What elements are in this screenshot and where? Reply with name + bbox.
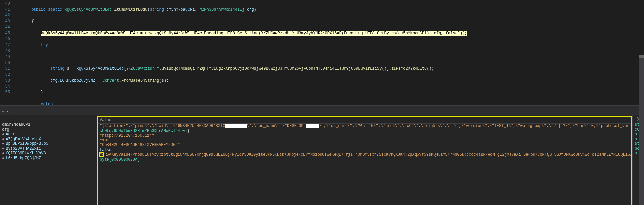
- type-name: Convert: [103, 78, 119, 83]
- locals-row-name[interactable]: ●BpR8DPSl0wpppFBJp5: [0, 141, 96, 146]
- code-line: {: [12, 54, 644, 60]
- local: kgQkSs6y4Aq8mWltUE4c: [76, 66, 124, 71]
- locals-row-name[interactable]: ●BVzp2UATHA2Wxi1: [0, 146, 96, 151]
- method-name: zIPIYo2XYk4EEtC: [391, 66, 427, 71]
- line-number: 53: [0, 78, 10, 84]
- line-number: 51: [0, 66, 10, 72]
- locals-row-name[interactable]: cm5hYNoauCPi: [0, 122, 96, 127]
- keyword: string: [50, 66, 64, 71]
- type-name: mZRh3DhrAMWRcI44Iwj: [200, 7, 245, 12]
- punct: =: [95, 78, 103, 83]
- param: cfg: [245, 7, 254, 12]
- line-number: 43: [0, 18, 10, 24]
- type-name: YKZUCawRzzdh_Y: [126, 66, 159, 71]
- keyword: string: [150, 7, 164, 12]
- method-name: FromBase64String: [121, 78, 159, 83]
- punct: ): [254, 7, 256, 12]
- type-name: kgQkSs6y4Aq8mWltUE4c: [62, 7, 112, 12]
- line-number: 46: [0, 36, 10, 42]
- highlighted-statement: kgQkSs6y4Aq8mWltUE4c kgQkSs6y4Aq8mWltUE4…: [41, 31, 467, 36]
- line-number: 45: [0, 30, 10, 36]
- field: L6KH5kbpZQ3j3MZ: [60, 78, 95, 83]
- locals-row-value[interactable]: cU0tev650WfbmHd2R.mZRh3DhrAMWRcI44Iwj}: [98, 129, 631, 134]
- field-bullet-icon: ●: [2, 141, 4, 146]
- locals-row-value[interactable]: "10": [98, 138, 631, 143]
- editor-scrollbar[interactable]: [639, 55, 644, 205]
- line-number: 41: [0, 7, 10, 13]
- field-bullet-icon: ●: [2, 156, 4, 161]
- line-number: 54: [0, 84, 10, 90]
- punct: (: [148, 7, 150, 12]
- line-number: 49: [0, 54, 10, 60]
- method-name: uVzBbQoTN0msQi_nZQHTYVEugZkXrpp6vjz0d7ws…: [162, 66, 382, 71]
- locals-row-name[interactable]: ●L6KH5kbpZQ3j3MZ: [0, 156, 96, 161]
- code-line: }: [12, 90, 644, 95]
- locals-row-value[interactable]: false: [98, 148, 631, 153]
- method-name: ZtumUWLX1fLOdu: [112, 7, 147, 12]
- field-bullet-icon: ●: [2, 132, 4, 137]
- code-area[interactable]: public static kgQkSs6y4Aq8mWltUE4c ZtumU…: [12, 0, 644, 105]
- locals-row-name[interactable]: ●Addr: [0, 132, 96, 137]
- code-text: [12, 66, 50, 71]
- line-number: 47: [0, 42, 10, 48]
- locals-row-name[interactable]: ●AZQgEm_Vs4jcLpX: [0, 137, 96, 142]
- pin-icon[interactable]: ✕: [7, 110, 9, 114]
- redacted-block: [306, 124, 319, 128]
- expand-icon[interactable]: [99, 152, 104, 157]
- punct: ();: [427, 66, 434, 71]
- field-bullet-icon: ●: [2, 137, 4, 141]
- locals-row-value[interactable]: "http://92.204.160.114": [98, 133, 631, 138]
- debug-panel-toolbar: ▾ ✕: [0, 108, 644, 115]
- locals-row-value[interactable]: byte[0x00000000A]: [98, 157, 631, 162]
- code-text: [12, 7, 32, 12]
- locals-value-column: Value "{\"action\":\"ping\",\"hwid\":\"O…: [97, 116, 632, 205]
- punct: .: [159, 66, 162, 71]
- code-text: s =: [64, 66, 76, 71]
- line-number: 48: [0, 48, 10, 54]
- param: cm5hYNoauCPi: [164, 7, 195, 12]
- locals-row-value[interactable]: "{\"action\":\"ping\",\"hwid\":\"O5B4H2U…: [98, 124, 631, 129]
- locals-row-name[interactable]: ●fQTT039PLwKLtVhV8: [0, 151, 96, 156]
- keyword: static: [46, 7, 62, 12]
- locals-panel: cm5hYNoauCPicfg●Addr●AZQgEm_Vs4jcLpX●BpR…: [0, 115, 644, 205]
- locals-row-value[interactable]: "<RSAKeyValue><Modulus>zvRzbt3tLgi0hXDSU…: [98, 152, 631, 157]
- panel-divider[interactable]: [0, 105, 644, 108]
- collapse-icon[interactable]: ▾: [2, 110, 4, 114]
- locals-name-column: cm5hYNoauCPicfg●Addr●AZQgEm_Vs4jcLpX●BpR…: [0, 115, 96, 205]
- locals-row-name[interactable]: cfg: [0, 127, 96, 132]
- line-number: 55: [0, 90, 10, 95]
- line-number: 50: [0, 60, 10, 66]
- code-text: [12, 31, 41, 36]
- punct: ,: [195, 7, 200, 12]
- punct: [: [124, 66, 126, 71]
- code-editor[interactable]: 40 41 42 43 44 45 46 47 48 49 50 51 52 5…: [0, 0, 644, 105]
- locals-row-value[interactable]: "O5B4H2UF40SCADR48XTXVERBABEY2D04": [98, 143, 631, 148]
- editor-scrollbar-thumb[interactable]: [639, 55, 644, 58]
- code-line: {: [12, 18, 644, 24]
- column-header-value[interactable]: Value: [98, 117, 631, 124]
- line-number: 44: [0, 24, 10, 30]
- punct: (s);: [159, 78, 169, 83]
- redacted-block: [225, 124, 247, 128]
- field-bullet-icon: ●: [2, 151, 4, 156]
- field-bullet-icon: ●: [2, 146, 4, 151]
- local: cfg: [50, 78, 58, 83]
- line-number: 42: [0, 13, 10, 18]
- punct: .: [58, 78, 60, 83]
- keyword: public: [32, 7, 46, 12]
- line-number: 40: [0, 1, 10, 7]
- column-header-name[interactable]: [0, 115, 96, 122]
- line-number-gutter: 40 41 42 43 44 45 46 47 48 49 50 51 52 5…: [0, 0, 12, 105]
- line-number: 52: [0, 72, 10, 78]
- code-text: [12, 78, 50, 83]
- punct: ()]: [382, 66, 389, 71]
